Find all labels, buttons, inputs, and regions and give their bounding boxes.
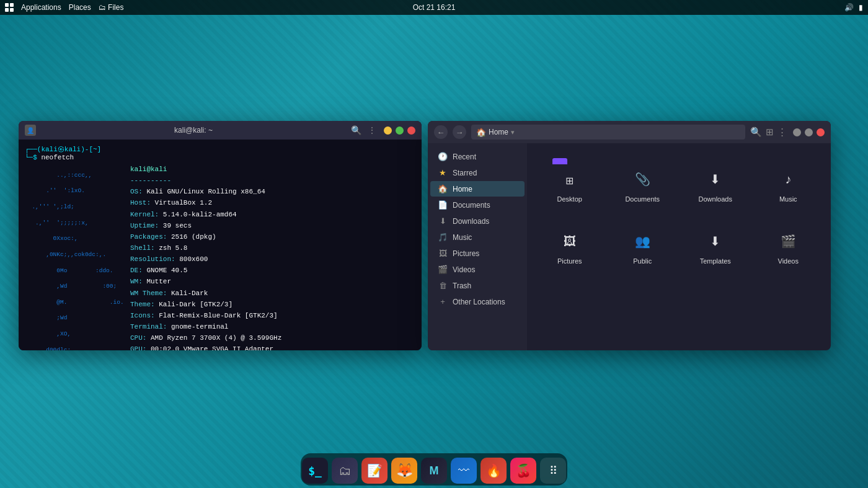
downloads-folder-overlay: ⬇ bbox=[710, 172, 720, 187]
files-sidebar: 🕐 Recent ★ Starred 🏠 Home 📄 Documents ⬇ bbox=[428, 143, 527, 350]
marktext-dock-icon: M bbox=[430, 464, 439, 477]
terminal-menu-icon[interactable]: ⋮ bbox=[368, 125, 376, 135]
files-window-buttons bbox=[793, 128, 825, 136]
files-forward-button[interactable]: → bbox=[453, 125, 466, 139]
text-editor-dock-icon: 📝 bbox=[367, 463, 383, 478]
sidebar-label-trash: Trash bbox=[453, 282, 471, 290]
sidebar-item-pictures[interactable]: 🖼 Pictures bbox=[430, 246, 525, 261]
firefox-dock-icon: 🦊 bbox=[396, 463, 413, 479]
sidebar-item-recent[interactable]: 🕐 Recent bbox=[430, 149, 525, 164]
sidebar-label-recent: Recent bbox=[453, 153, 476, 161]
dock-text-editor[interactable]: 📝 bbox=[361, 458, 388, 484]
folder-icon-downloads: ⬇ bbox=[696, 158, 735, 192]
folder-icon-videos: 🎬 bbox=[768, 220, 808, 254]
sidebar-item-downloads[interactable]: ⬇ Downloads bbox=[430, 213, 525, 229]
dock-cherrytree[interactable]: 🍒 bbox=[510, 458, 536, 484]
sidebar-item-music[interactable]: 🎵 Music bbox=[430, 229, 525, 245]
terminal-body[interactable]: ┌──(kali㉿kali)-[~] └─$ neofetch ..,::ccc… bbox=[19, 140, 422, 350]
battery-icon: ▮ bbox=[859, 3, 863, 12]
terminal-title: kali@kali: ~ bbox=[41, 126, 346, 135]
folder-documents[interactable]: 📎 Documents bbox=[610, 153, 676, 208]
folder-public[interactable]: 👥 Public bbox=[610, 215, 676, 270]
folder-label-downloads: Downloads bbox=[699, 195, 732, 203]
terminal-neofetch-output: ..,::ccc,, .'' ':lxO. .,''' ',;ld; .,'' … bbox=[25, 164, 415, 350]
dock-apps-grid[interactable]: ⠿ bbox=[540, 458, 566, 484]
folder-label-music: Music bbox=[779, 195, 797, 203]
desktop-folder-overlay: ⊞ bbox=[565, 175, 574, 187]
location-dropdown-icon[interactable]: ▾ bbox=[511, 128, 515, 136]
folder-label-documents: Documents bbox=[625, 195, 660, 203]
folder-icon-pictures: 🖼 bbox=[550, 220, 590, 254]
folder-label-templates: Templates bbox=[700, 257, 731, 265]
templates-folder-overlay: ⬇ bbox=[710, 234, 720, 249]
sidebar-item-starred[interactable]: ★ Starred bbox=[430, 165, 525, 180]
starred-icon: ★ bbox=[438, 168, 448, 177]
folder-pictures[interactable]: 🖼 Pictures bbox=[537, 215, 603, 270]
sidebar-item-other-locations[interactable]: + Other Locations bbox=[430, 294, 525, 309]
topbar-datetime: Oct 21 16:21 bbox=[413, 3, 456, 12]
files-view-icon[interactable]: ⊞ bbox=[766, 126, 774, 138]
speaker-icon[interactable]: 🔊 bbox=[844, 3, 854, 12]
files-search-icon[interactable]: 🔍 bbox=[750, 126, 762, 138]
terminal-avatar: 👤 bbox=[25, 125, 36, 136]
terminal-close-btn[interactable] bbox=[407, 126, 415, 135]
topbar-right: 🔊 ▮ bbox=[844, 3, 863, 12]
dock-firefox[interactable]: 🦊 bbox=[391, 458, 417, 484]
apps-grid-icon[interactable] bbox=[5, 3, 14, 12]
files-window: ← → 🏠 Home ▾ 🔍 ⊞ ⋮ 🕐 bbox=[428, 121, 831, 350]
folder-desktop[interactable]: ⊞ Desktop bbox=[537, 153, 603, 208]
sidebar-label-videos: Videos bbox=[453, 265, 475, 274]
wireshark-dock-icon: 〰 bbox=[458, 464, 469, 477]
dock-files[interactable]: 🗂 bbox=[332, 458, 358, 484]
folder-label-public: Public bbox=[633, 257, 652, 265]
folder-icon-public: 👥 bbox=[622, 220, 662, 254]
files-titlebar: ← → 🏠 Home ▾ 🔍 ⊞ ⋮ bbox=[428, 121, 831, 143]
public-folder-overlay: 👥 bbox=[635, 234, 650, 249]
windows-container: 👤 kali@kali: ~ 🔍 ⋮ ┌──(kali㉿kali)-[~] └─… bbox=[0, 19, 868, 451]
folder-videos[interactable]: 🎬 Videos bbox=[756, 215, 822, 270]
files-close-btn[interactable] bbox=[817, 128, 825, 136]
dock-wireshark[interactable]: 〰 bbox=[451, 458, 477, 484]
folder-icon-templates: ⬇ bbox=[696, 220, 735, 254]
places-menu[interactable]: Places bbox=[69, 3, 91, 12]
sidebar-item-home[interactable]: 🏠 Home bbox=[430, 181, 525, 197]
folder-icon-documents: 📎 bbox=[622, 158, 662, 192]
files-location-bar[interactable]: 🏠 Home ▾ bbox=[471, 125, 745, 140]
terminal-minimize-btn[interactable] bbox=[384, 126, 392, 135]
videos-icon: 🎬 bbox=[438, 265, 448, 274]
files-main-grid: ⊞ Desktop 📎 Documents bbox=[527, 143, 831, 350]
files-back-button[interactable]: ← bbox=[434, 125, 448, 139]
music-folder-overlay: ♪ bbox=[785, 172, 791, 187]
sidebar-item-documents[interactable]: 📄 Documents bbox=[430, 197, 525, 213]
terminal-titlebar: 👤 kali@kali: ~ 🔍 ⋮ bbox=[19, 121, 422, 140]
applications-menu[interactable]: Applications bbox=[21, 3, 61, 12]
dock-burpsuite[interactable]: 🔥 bbox=[480, 458, 507, 484]
trash-icon: 🗑 bbox=[438, 281, 448, 290]
folder-icon-desktop: ⊞ bbox=[550, 158, 590, 192]
sidebar-item-videos[interactable]: 🎬 Videos bbox=[430, 262, 525, 277]
sidebar-item-trash[interactable]: 🗑 Trash bbox=[430, 278, 525, 293]
files-menu-icon[interactable]: ⋮ bbox=[777, 126, 787, 138]
downloads-icon: ⬇ bbox=[438, 216, 448, 226]
terminal-search-icon[interactable]: 🔍 bbox=[351, 125, 361, 135]
terminal-command-line: └─$ neofetch bbox=[25, 154, 415, 161]
terminal-maximize-btn[interactable] bbox=[396, 126, 404, 135]
folder-music[interactable]: ♪ Music bbox=[756, 153, 822, 208]
dock-marktext[interactable]: M bbox=[421, 458, 447, 484]
files-maximize-btn[interactable] bbox=[805, 128, 813, 136]
other-locations-icon: + bbox=[438, 297, 448, 306]
terminal-window: 👤 kali@kali: ~ 🔍 ⋮ ┌──(kali㉿kali)-[~] └─… bbox=[19, 121, 422, 350]
folder-downloads[interactable]: ⬇ Downloads bbox=[683, 153, 748, 208]
files-toolbar-right: 🔍 ⊞ ⋮ bbox=[750, 126, 825, 138]
files-menu[interactable]: 🗂 Files bbox=[99, 3, 124, 12]
pictures-folder-overlay: 🖼 bbox=[564, 234, 576, 249]
sidebar-label-starred: Starred bbox=[453, 169, 477, 177]
dock-terminal[interactable]: $_ bbox=[302, 458, 328, 484]
topbar-left: Applications Places 🗂 Files bbox=[5, 3, 123, 12]
topbar: Applications Places 🗂 Files Oct 21 16:21… bbox=[0, 0, 868, 15]
folder-templates[interactable]: ⬇ Templates bbox=[683, 215, 748, 270]
location-text: Home bbox=[489, 128, 508, 136]
documents-icon: 📄 bbox=[438, 200, 448, 210]
videos-folder-overlay: 🎬 bbox=[781, 234, 796, 249]
files-minimize-btn[interactable] bbox=[793, 128, 801, 136]
